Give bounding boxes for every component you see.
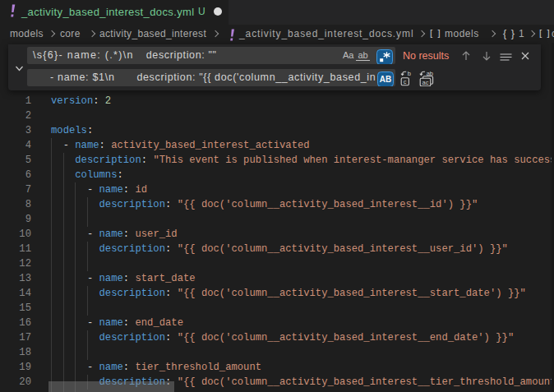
svg-text:ac: ac (422, 79, 429, 86)
svg-text:b: b (408, 70, 411, 77)
svg-text:c: c (404, 78, 407, 85)
svg-text:ab: ab (427, 70, 433, 77)
